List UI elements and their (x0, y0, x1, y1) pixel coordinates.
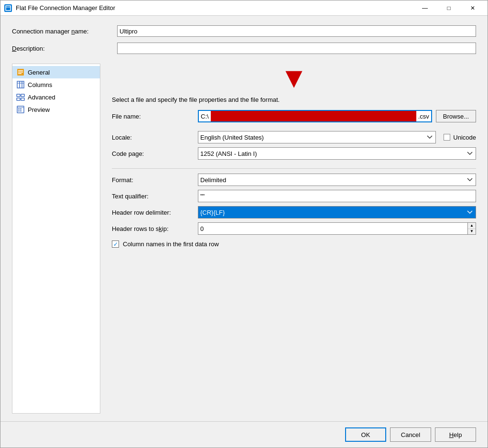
column-names-checkbox[interactable]: ✓ (112, 240, 119, 248)
format-select[interactable]: Delimited Fixed width Ragged right (198, 174, 476, 186)
connection-name-row: Connection manager name: (12, 25, 476, 37)
cancel-button[interactable]: Cancel (390, 427, 431, 442)
header-rows-to-skip-spinner: 0 ▲ ▼ (198, 222, 476, 235)
svg-rect-13 (21, 98, 24, 100)
window-icon (4, 4, 12, 12)
connection-name-input[interactable] (117, 25, 476, 37)
svg-rect-16 (18, 109, 20, 109)
sidebar-item-advanced-label: Advanced (28, 94, 55, 101)
bottom-bar: OK Cancel Help (0, 421, 488, 448)
description-input[interactable] (117, 43, 476, 54)
preview-icon (16, 105, 25, 114)
format-label: Format: (112, 176, 198, 184)
svg-rect-11 (21, 94, 24, 97)
separator-1 (112, 168, 476, 169)
sidebar-item-general-label: General (28, 69, 50, 76)
sidebar-item-preview[interactable]: Preview (12, 103, 100, 116)
browse-button[interactable]: Browse... (436, 110, 476, 122)
checkbox-checkmark: ✓ (113, 241, 118, 247)
title-bar: Flat File Connection Manager Editor — □ … (0, 0, 488, 16)
text-qualifier-label: Text qualifier: (112, 193, 198, 200)
main-window: Flat File Connection Manager Editor — □ … (0, 0, 488, 448)
svg-rect-19 (20, 110, 22, 111)
svg-rect-6 (17, 81, 24, 88)
file-name-suffix: .csv (416, 113, 431, 120)
code-page-label: Code page: (112, 150, 198, 157)
column-names-label: Column names in the first data row (123, 240, 219, 248)
sidebar-item-advanced[interactable]: Advanced (12, 91, 100, 103)
advanced-icon (16, 93, 25, 101)
maximize-button[interactable]: □ (438, 1, 460, 15)
file-name-input-wrapper[interactable]: C:\ .csv (198, 110, 432, 122)
spinner-down-button[interactable]: ▼ (468, 229, 476, 235)
spinner-up-button[interactable]: ▲ (468, 223, 476, 229)
header-row-delimiter-label: Header row delimiter: (112, 209, 198, 216)
panel-description: Select a file and specify the file prope… (112, 96, 476, 103)
format-row: Format: Delimited Fixed width Ragged rig… (112, 174, 476, 186)
svg-rect-12 (17, 98, 20, 100)
unicode-label: Unicode (453, 134, 476, 141)
red-arrow-icon: ▼ (280, 64, 308, 92)
sidebar: General Columns (12, 64, 100, 414)
columns-icon (16, 80, 25, 89)
svg-rect-17 (20, 109, 22, 109)
connection-name-label: Connection manager name: (12, 28, 117, 35)
svg-rect-10 (17, 94, 20, 97)
sidebar-item-general[interactable]: General (12, 66, 100, 78)
help-button[interactable]: Help (435, 427, 476, 442)
minimize-button[interactable]: — (414, 1, 436, 15)
code-page-row: Code page: 1252 (ANSI - Latin I) 65001 (… (112, 147, 476, 160)
window-title: Flat File Connection Manager Editor (16, 4, 414, 11)
unicode-checkbox[interactable] (444, 134, 450, 141)
header-row-delimiter-row: Header row delimiter: {CR}{LF} {LF} {CR} (112, 206, 476, 219)
code-page-select[interactable]: 1252 (ANSI - Latin I) 65001 (UTF-8) 1200… (198, 147, 476, 160)
spinner-buttons: ▲ ▼ (467, 222, 476, 235)
description-label: Description: (12, 45, 117, 52)
locale-row: Locale: English (United States) French (… (112, 131, 476, 143)
svg-rect-3 (18, 70, 23, 71)
svg-rect-0 (6, 6, 11, 11)
description-row: Description: (12, 43, 476, 54)
arrow-container: ▼ (112, 64, 476, 92)
text-qualifier-input[interactable] (198, 190, 476, 202)
column-names-row: ✓ Column names in the first data row (112, 240, 476, 248)
content-area: Connection manager name: Description: (0, 16, 488, 421)
sidebar-item-columns[interactable]: Columns (12, 78, 100, 91)
main-body: General Columns (12, 64, 476, 414)
header-row-delimiter-select[interactable]: {CR}{LF} {LF} {CR} (198, 206, 476, 219)
file-name-label: File name: (112, 113, 198, 120)
file-name-redacted-bar (211, 111, 416, 121)
sidebar-item-columns-label: Columns (28, 81, 52, 88)
svg-rect-5 (18, 73, 22, 74)
locale-label: Locale: (112, 134, 198, 141)
svg-rect-18 (18, 110, 20, 111)
header-rows-to-skip-input[interactable]: 0 (198, 222, 467, 235)
locale-select[interactable]: English (United States) French (France) … (198, 131, 436, 143)
general-icon (16, 68, 25, 76)
unicode-group: Unicode (444, 134, 476, 141)
text-qualifier-row: Text qualifier: (112, 190, 476, 202)
close-button[interactable]: ✕ (462, 1, 484, 15)
right-panel: ▼ Select a file and specify the file pro… (100, 64, 476, 414)
ok-button[interactable]: OK (345, 427, 386, 442)
svg-rect-4 (18, 72, 23, 73)
header-rows-to-skip-row: Header rows to skip: 0 ▲ ▼ (112, 222, 476, 235)
sidebar-item-preview-label: Preview (28, 106, 50, 113)
header-rows-to-skip-label: Header rows to skip: (112, 225, 198, 232)
window-controls: — □ ✕ (414, 1, 484, 15)
file-name-row: File name: C:\ .csv Browse... (112, 110, 476, 122)
file-name-prefix: C:\ (199, 113, 211, 120)
